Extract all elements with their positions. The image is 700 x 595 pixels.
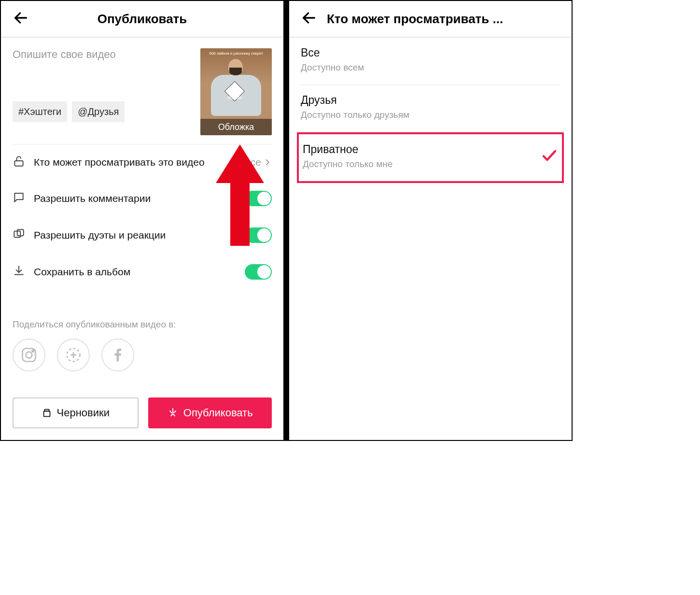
svg-rect-11: [43, 411, 50, 416]
share-facebook[interactable]: [101, 339, 134, 371]
duets-label: Разрешить дуэты и реакции: [34, 228, 245, 242]
publish-button-label: Опубликовать: [183, 407, 253, 419]
privacy-row[interactable]: Кто может просматривать это видео Все: [13, 144, 272, 180]
description-input[interactable]: Опишите свое видео: [13, 48, 196, 101]
page-title: Опубликовать: [13, 12, 272, 27]
friends-chip[interactable]: @Друзья: [72, 101, 125, 122]
share-section: Поделиться опубликованным видео в:: [1, 319, 283, 371]
svg-line-17: [173, 414, 175, 416]
option-subtitle: Доступно всем: [301, 62, 560, 73]
comments-row: Разрешить комментарии: [13, 180, 272, 217]
publish-button[interactable]: Опубликовать: [148, 397, 272, 428]
svg-line-15: [174, 411, 176, 413]
settings-list: Кто может просматривать это видео Все Ра…: [1, 144, 283, 290]
comments-label: Разрешить комментарии: [34, 192, 245, 205]
header: Кто может просматривать ...: [289, 1, 572, 38]
thumbnail-logo: adidas: [227, 95, 241, 100]
publish-screen: Опубликовать Опишите свое видео #Хэштеги…: [1, 1, 286, 440]
arrow-left-icon: [301, 10, 317, 26]
drafts-button-label: Черновики: [57, 407, 110, 419]
privacy-screen: Кто может просматривать ... Все Доступно…: [286, 1, 572, 440]
save-toggle[interactable]: [245, 264, 272, 280]
share-label: Поделиться опубликованным видео в:: [13, 319, 272, 330]
facebook-icon: [109, 346, 126, 364]
privacy-options: Все Доступно всем Друзья Доступно только…: [289, 38, 572, 183]
compose-area: Опишите свое видео #Хэштеги @Друзья 500 …: [1, 38, 283, 135]
option-title: Друзья: [301, 94, 560, 107]
save-row: Сохранить в альбом: [13, 254, 272, 290]
option-subtitle: Доступно только друзьям: [301, 110, 560, 120]
option-title: Все: [301, 46, 560, 59]
option-title: Приватное: [303, 143, 541, 156]
svg-point-7: [32, 350, 34, 352]
save-label: Сохранить в альбом: [34, 265, 245, 279]
thumbnail-caption: Обложка: [200, 119, 272, 135]
thumbnail-overlay-text: 500 лайков и расскажу секрет: [200, 51, 272, 56]
drafts-icon: [42, 408, 52, 418]
check-icon: [541, 147, 558, 166]
share-story[interactable]: [57, 339, 90, 371]
share-instagram[interactable]: [13, 339, 45, 371]
instagram-icon: [20, 346, 38, 364]
privacy-label: Кто может просматривать это видео: [34, 156, 244, 169]
duets-toggle[interactable]: [245, 227, 272, 243]
comment-icon: [13, 191, 25, 204]
svg-point-6: [26, 352, 32, 358]
chevron-right-icon: [263, 158, 272, 167]
option-subtitle: Доступно только мне: [303, 159, 541, 170]
header: Опубликовать: [1, 1, 283, 38]
instagram-story-icon: [65, 346, 82, 364]
unlock-icon: [13, 155, 25, 168]
privacy-option-friends[interactable]: Друзья Доступно только друзьям: [301, 85, 560, 132]
drafts-button[interactable]: Черновики: [13, 397, 139, 428]
svg-rect-12: [44, 410, 49, 411]
back-button[interactable]: [301, 10, 320, 28]
comments-toggle[interactable]: [245, 191, 272, 206]
video-thumbnail[interactable]: 500 лайков и расскажу секрет adidas Обло…: [200, 48, 272, 135]
hashtag-chip[interactable]: #Хэштеги: [13, 101, 67, 122]
privacy-option-everyone[interactable]: Все Доступно всем: [301, 38, 560, 85]
privacy-value: Все: [244, 156, 261, 168]
svg-rect-1: [14, 161, 23, 166]
duet-icon: [13, 228, 25, 241]
footer-buttons: Черновики Опубликовать: [1, 386, 283, 440]
publish-icon: [167, 407, 179, 419]
download-icon: [13, 265, 25, 277]
svg-line-14: [170, 411, 172, 413]
duets-row: Разрешить дуэты и реакции: [13, 217, 272, 254]
privacy-option-private[interactable]: Приватное Доступно только мне: [297, 132, 564, 183]
page-title: Кто может просматривать ...: [327, 12, 560, 27]
